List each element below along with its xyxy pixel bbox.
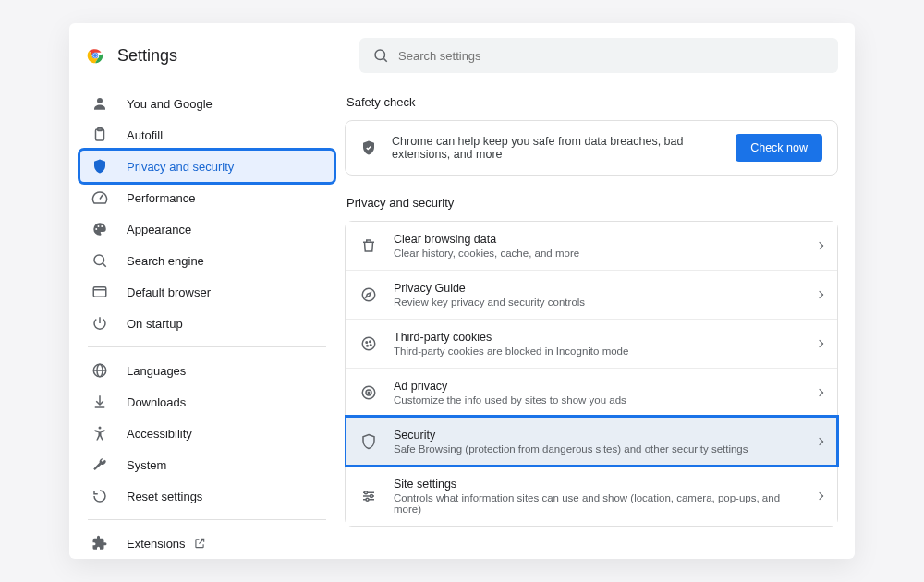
- sidebar-item-extensions[interactable]: Extensions: [80, 527, 334, 559]
- svg-point-39: [365, 491, 368, 494]
- svg-point-10: [95, 228, 97, 230]
- divider: [88, 346, 326, 347]
- sidebar: You and Google Autofill Privacy and secu…: [69, 82, 345, 559]
- wrench-icon: [91, 456, 108, 473]
- svg-point-21: [99, 427, 102, 430]
- privacy-card: Clear browsing data Clear history, cooki…: [345, 221, 838, 527]
- sidebar-item-label: Downloads: [127, 395, 186, 409]
- row-text: Clear browsing data Clear history, cooki…: [394, 233, 800, 259]
- svg-point-32: [371, 345, 372, 346]
- sidebar-item-system[interactable]: System: [80, 449, 334, 480]
- row-text: Privacy Guide Review key privacy and sec…: [394, 282, 800, 308]
- sidebar-item-appearance[interactable]: Appearance: [80, 213, 334, 245]
- safety-check-description: Chrome can help keep you safe from data …: [392, 135, 721, 161]
- search-icon: [372, 47, 389, 64]
- sidebar-item-performance[interactable]: Performance: [80, 182, 334, 213]
- power-icon: [91, 315, 108, 332]
- browser-icon: [91, 284, 108, 300]
- row-site-settings[interactable]: Site settings Controls what information …: [346, 466, 837, 526]
- cookie-icon: [360, 335, 377, 352]
- row-clear-browsing-data[interactable]: Clear browsing data Clear history, cooki…: [346, 222, 837, 270]
- svg-point-41: [366, 498, 369, 501]
- svg-rect-15: [93, 287, 106, 297]
- sidebar-item-label: On startup: [127, 317, 183, 331]
- row-security[interactable]: Security Safe Browsing (protection from …: [346, 417, 837, 466]
- svg-point-4: [375, 50, 385, 60]
- svg-point-6: [97, 98, 103, 103]
- accessibility-icon: [91, 425, 108, 442]
- person-icon: [91, 95, 108, 112]
- row-text: Ad privacy Customize the info used by si…: [394, 380, 800, 406]
- sidebar-item-label: Accessibility: [127, 427, 192, 441]
- svg-point-35: [368, 392, 370, 394]
- sidebar-item-label: Languages: [127, 364, 186, 378]
- sidebar-item-downloads[interactable]: Downloads: [80, 386, 334, 418]
- row-sub: Review key privacy and security controls: [394, 297, 800, 308]
- sidebar-item-default-browser[interactable]: Default browser: [80, 276, 334, 308]
- chevron-right-icon: [816, 438, 823, 445]
- svg-point-31: [367, 346, 369, 347]
- search-box[interactable]: [359, 38, 838, 73]
- row-sub: Controls what information sites can use …: [394, 492, 800, 515]
- sidebar-item-label: Default browser: [127, 285, 211, 299]
- row-third-party-cookies[interactable]: Third-party cookies Third-party cookies …: [346, 319, 837, 368]
- open-external-icon: [193, 537, 206, 550]
- reset-icon: [91, 488, 108, 504]
- row-title: Security: [394, 429, 800, 442]
- row-privacy-guide[interactable]: Privacy Guide Review key privacy and sec…: [346, 270, 837, 319]
- svg-point-13: [94, 255, 104, 265]
- sidebar-item-languages[interactable]: Languages: [80, 355, 334, 386]
- row-title: Privacy Guide: [394, 282, 800, 295]
- chrome-logo-icon: [86, 46, 104, 65]
- chevron-right-icon: [816, 291, 823, 298]
- row-text: Security Safe Browsing (protection from …: [394, 429, 800, 455]
- shield-check-icon: [360, 139, 377, 156]
- palette-icon: [91, 221, 108, 237]
- speedometer-icon: [91, 189, 108, 206]
- chevron-right-icon: [816, 340, 823, 347]
- compass-icon: [360, 286, 377, 303]
- row-ad-privacy[interactable]: Ad privacy Customize the info used by si…: [346, 368, 837, 417]
- svg-point-29: [366, 342, 368, 344]
- row-text: Third-party cookies Third-party cookies …: [394, 331, 800, 357]
- svg-line-5: [383, 58, 386, 61]
- sidebar-item-label: Privacy and security: [127, 160, 234, 174]
- row-sub: Clear history, cookies, cache, and more: [394, 248, 800, 259]
- section-title-safety-check: Safety check: [346, 95, 838, 109]
- search-input[interactable]: [398, 49, 825, 63]
- row-title: Third-party cookies: [394, 331, 800, 344]
- svg-line-9: [100, 195, 103, 200]
- sidebar-item-label: Autofill: [127, 128, 163, 142]
- sidebar-item-label: Performance: [127, 191, 195, 205]
- row-sub: Customize the info used by sites to show…: [394, 394, 800, 406]
- check-now-button[interactable]: Check now: [736, 134, 822, 162]
- page-title: Settings: [117, 46, 177, 66]
- settings-window: Settings You and Google Autofill Privacy…: [69, 23, 855, 559]
- search-icon: [91, 252, 108, 269]
- divider: [88, 519, 326, 520]
- main-content: Safety check Chrome can help keep you sa…: [345, 82, 855, 559]
- svg-line-14: [103, 263, 105, 266]
- sidebar-item-privacy-and-security[interactable]: Privacy and security: [80, 151, 334, 182]
- sidebar-item-autofill[interactable]: Autofill: [80, 119, 334, 151]
- sidebar-item-search-engine[interactable]: Search engine: [80, 245, 334, 276]
- svg-point-28: [362, 337, 375, 350]
- svg-point-30: [370, 341, 371, 343]
- sidebar-item-label: Extensions: [127, 537, 206, 551]
- sidebar-item-label: Appearance: [127, 223, 191, 236]
- svg-point-3: [93, 54, 97, 57]
- sidebar-item-label: Reset settings: [127, 490, 202, 503]
- row-title: Site settings: [394, 478, 800, 491]
- sidebar-item-you-and-google[interactable]: You and Google: [80, 88, 334, 119]
- trash-icon: [360, 237, 377, 254]
- sidebar-item-accessibility[interactable]: Accessibility: [80, 418, 334, 449]
- sidebar-item-label: You and Google: [127, 97, 213, 111]
- sidebar-item-label: System: [127, 458, 166, 472]
- body: You and Google Autofill Privacy and secu…: [69, 82, 855, 559]
- row-sub: Third-party cookies are blocked in Incog…: [394, 346, 800, 357]
- row-title: Clear browsing data: [394, 233, 800, 246]
- chevron-right-icon: [816, 242, 823, 249]
- sidebar-item-reset-settings[interactable]: Reset settings: [80, 480, 334, 512]
- row-title: Ad privacy: [394, 380, 800, 393]
- sidebar-item-on-startup[interactable]: On startup: [80, 308, 334, 339]
